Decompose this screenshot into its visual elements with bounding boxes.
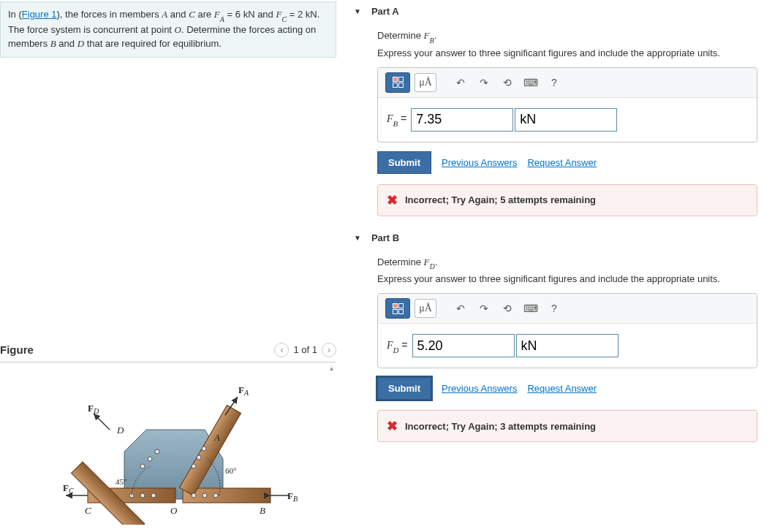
part-a-var-label: FB =: [387, 113, 406, 126]
part-b-determine: Determine FD.: [377, 256, 776, 270]
var-FA: F: [214, 9, 220, 20]
var-C: C: [189, 9, 195, 20]
svg-point-5: [140, 493, 145, 498]
var-B: B: [50, 38, 56, 49]
reset-icon[interactable]: ⟲: [498, 299, 517, 318]
sub: A: [220, 15, 224, 23]
text: and: [167, 9, 189, 20]
part-a-unit-input[interactable]: [515, 108, 617, 132]
svg-point-6: [151, 493, 156, 498]
units-tool[interactable]: μÅ: [415, 73, 436, 92]
reset-icon[interactable]: ⟲: [498, 73, 517, 92]
part-b-value-input[interactable]: [412, 334, 515, 357]
part-a-request-answer[interactable]: Request Answer: [527, 157, 597, 168]
svg-line-18: [94, 414, 110, 430]
svg-point-10: [140, 464, 145, 468]
units-tool[interactable]: μÅ: [415, 299, 436, 318]
scroll-up-icon[interactable]: ▴: [330, 364, 333, 372]
svg-text:60°: 60°: [225, 466, 236, 475]
caret-down-icon: ▼: [354, 7, 361, 15]
figure-title: Figure: [0, 343, 34, 356]
part-a-input-panel: μÅ ↶ ↷ ⟲ ⌨ ? FB =: [377, 67, 757, 142]
svg-text:FB: FB: [287, 490, 298, 503]
redo-icon[interactable]: ↷: [474, 73, 493, 92]
var-D: D: [77, 38, 84, 49]
part-b-feedback: ✖ Incorrect; Try Again; 3 attempts remai…: [377, 410, 757, 442]
text: ), the forces in members: [57, 9, 162, 20]
part-a-value-input[interactable]: [411, 108, 513, 132]
part-b-submit-button[interactable]: Submit: [377, 377, 431, 400]
part-a-feedback-text: Incorrect; Try Again; 5 attempts remaini…: [405, 194, 596, 205]
part-b-request-answer[interactable]: Request Answer: [527, 383, 597, 394]
part-b-instruction: Express your answer to three significant…: [377, 273, 776, 284]
svg-point-7: [192, 493, 196, 498]
figure-prev-button[interactable]: ‹: [274, 343, 289, 357]
text: are: [195, 9, 214, 20]
part-a-determine: Determine FB.: [377, 30, 776, 43]
svg-text:O: O: [170, 505, 178, 516]
var-O: O: [175, 24, 181, 35]
part-a-title: Part A: [371, 6, 399, 17]
part-a-feedback: ✖ Incorrect; Try Again; 5 attempts remai…: [377, 184, 757, 216]
templates-tool[interactable]: [385, 72, 410, 93]
sub: C: [281, 15, 287, 23]
help-icon[interactable]: ?: [545, 73, 564, 92]
svg-point-13: [192, 464, 196, 468]
part-b-input-panel: μÅ ↶ ↷ ⟲ ⌨ ? FD =: [377, 293, 757, 368]
svg-text:A: A: [213, 432, 220, 443]
svg-text:45°: 45°: [116, 477, 126, 486]
svg-point-15: [202, 446, 206, 451]
figure-canvas: ▴: [0, 362, 336, 526]
svg-point-12: [155, 449, 159, 454]
svg-point-14: [197, 455, 201, 460]
text: and: [56, 38, 77, 49]
part-b-header[interactable]: ▼ Part B: [351, 227, 776, 249]
templates-tool[interactable]: [385, 298, 410, 319]
part-b-feedback-text: Incorrect; Try Again; 3 attempts remaini…: [405, 421, 596, 432]
svg-text:C: C: [85, 505, 91, 516]
svg-point-8: [203, 493, 207, 498]
keyboard-icon[interactable]: ⌨: [521, 73, 540, 92]
text: In (: [8, 9, 22, 20]
svg-text:FA: FA: [238, 384, 249, 397]
svg-point-11: [148, 457, 152, 461]
svg-text:B: B: [260, 505, 265, 516]
svg-text:FC: FC: [63, 482, 74, 495]
problem-statement: In (Figure 1), the forces in members A a…: [0, 1, 336, 58]
text: that are required for equilibrium.: [84, 38, 222, 49]
figure-counter: 1 of 1: [293, 344, 317, 355]
part-a-submit-button[interactable]: Submit: [377, 151, 431, 174]
part-a-header[interactable]: ▼ Part A: [351, 0, 776, 23]
caret-down-icon: ▼: [354, 234, 361, 242]
figure-diagram: FA FD FC FB A B C D O 45° 60°: [37, 371, 300, 525]
part-a-instruction: Express your answer to three significant…: [377, 48, 776, 58]
part-b-var-label: FD =: [387, 339, 408, 353]
error-icon: ✖: [387, 192, 398, 208]
help-icon[interactable]: ?: [545, 299, 564, 318]
undo-icon[interactable]: ↶: [451, 299, 470, 318]
svg-text:FD: FD: [88, 403, 99, 415]
part-a-previous-answers[interactable]: Previous Answers: [442, 157, 517, 168]
figure-next-button[interactable]: ›: [322, 343, 336, 357]
part-b-previous-answers[interactable]: Previous Answers: [442, 383, 517, 394]
part-b-title: Part B: [371, 232, 399, 243]
redo-icon[interactable]: ↷: [474, 299, 493, 318]
figure-link[interactable]: Figure 1: [22, 9, 57, 20]
error-icon: ✖: [387, 418, 398, 434]
svg-text:D: D: [116, 425, 124, 436]
keyboard-icon[interactable]: ⌨: [521, 299, 540, 318]
undo-icon[interactable]: ↶: [451, 73, 470, 92]
text: = 6 kN and: [224, 9, 276, 20]
part-b-unit-input[interactable]: [516, 334, 619, 357]
svg-point-9: [213, 493, 218, 498]
